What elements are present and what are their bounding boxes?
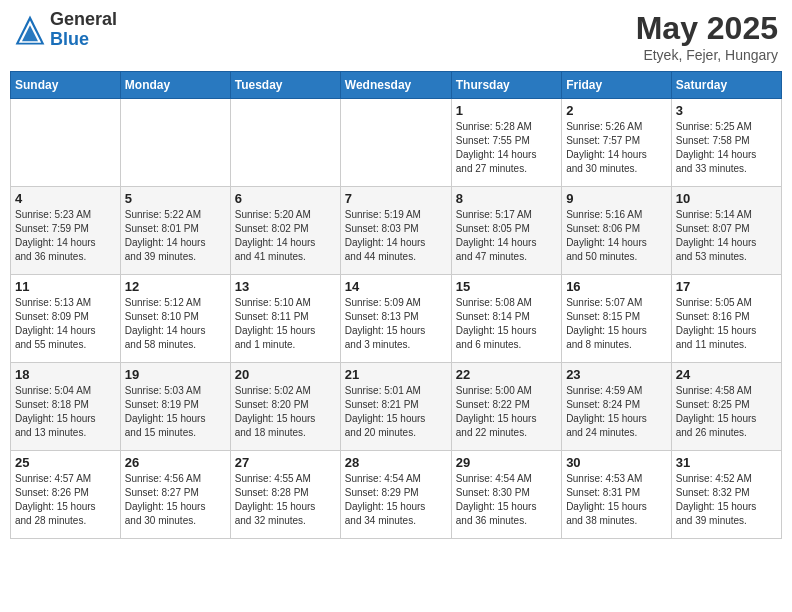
day-number: 30 — [566, 455, 667, 470]
day-details: Sunrise: 4:58 AM Sunset: 8:25 PM Dayligh… — [676, 384, 777, 440]
title-block: May 2025 Etyek, Fejer, Hungary — [636, 10, 778, 63]
day-details: Sunrise: 4:54 AM Sunset: 8:29 PM Dayligh… — [345, 472, 447, 528]
day-number: 27 — [235, 455, 336, 470]
calendar-week-1: 1Sunrise: 5:28 AM Sunset: 7:55 PM Daylig… — [11, 99, 782, 187]
header-day-monday: Monday — [120, 72, 230, 99]
calendar-header: SundayMondayTuesdayWednesdayThursdayFrid… — [11, 72, 782, 99]
day-details: Sunrise: 4:57 AM Sunset: 8:26 PM Dayligh… — [15, 472, 116, 528]
calendar-cell: 2Sunrise: 5:26 AM Sunset: 7:57 PM Daylig… — [562, 99, 672, 187]
day-details: Sunrise: 5:16 AM Sunset: 8:06 PM Dayligh… — [566, 208, 667, 264]
day-number: 16 — [566, 279, 667, 294]
calendar-cell: 30Sunrise: 4:53 AM Sunset: 8:31 PM Dayli… — [562, 451, 672, 539]
day-number: 29 — [456, 455, 557, 470]
calendar-cell: 6Sunrise: 5:20 AM Sunset: 8:02 PM Daylig… — [230, 187, 340, 275]
calendar-cell: 1Sunrise: 5:28 AM Sunset: 7:55 PM Daylig… — [451, 99, 561, 187]
day-details: Sunrise: 5:26 AM Sunset: 7:57 PM Dayligh… — [566, 120, 667, 176]
day-number: 25 — [15, 455, 116, 470]
calendar-cell: 23Sunrise: 4:59 AM Sunset: 8:24 PM Dayli… — [562, 363, 672, 451]
calendar-cell: 27Sunrise: 4:55 AM Sunset: 8:28 PM Dayli… — [230, 451, 340, 539]
day-number: 14 — [345, 279, 447, 294]
calendar-week-3: 11Sunrise: 5:13 AM Sunset: 8:09 PM Dayli… — [11, 275, 782, 363]
calendar-cell: 4Sunrise: 5:23 AM Sunset: 7:59 PM Daylig… — [11, 187, 121, 275]
calendar-cell: 31Sunrise: 4:52 AM Sunset: 8:32 PM Dayli… — [671, 451, 781, 539]
day-number: 28 — [345, 455, 447, 470]
header-day-saturday: Saturday — [671, 72, 781, 99]
logo-blue: Blue — [50, 30, 117, 50]
calendar-cell: 17Sunrise: 5:05 AM Sunset: 8:16 PM Dayli… — [671, 275, 781, 363]
calendar-cell: 14Sunrise: 5:09 AM Sunset: 8:13 PM Dayli… — [340, 275, 451, 363]
calendar-cell: 3Sunrise: 5:25 AM Sunset: 7:58 PM Daylig… — [671, 99, 781, 187]
header-day-tuesday: Tuesday — [230, 72, 340, 99]
day-number: 19 — [125, 367, 226, 382]
day-details: Sunrise: 4:52 AM Sunset: 8:32 PM Dayligh… — [676, 472, 777, 528]
calendar-cell: 24Sunrise: 4:58 AM Sunset: 8:25 PM Dayli… — [671, 363, 781, 451]
day-details: Sunrise: 5:17 AM Sunset: 8:05 PM Dayligh… — [456, 208, 557, 264]
day-number: 12 — [125, 279, 226, 294]
calendar-cell: 11Sunrise: 5:13 AM Sunset: 8:09 PM Dayli… — [11, 275, 121, 363]
page-header: General Blue May 2025 Etyek, Fejer, Hung… — [10, 10, 782, 63]
calendar-cell: 29Sunrise: 4:54 AM Sunset: 8:30 PM Dayli… — [451, 451, 561, 539]
day-details: Sunrise: 5:12 AM Sunset: 8:10 PM Dayligh… — [125, 296, 226, 352]
calendar-cell — [340, 99, 451, 187]
day-number: 26 — [125, 455, 226, 470]
month-year: May 2025 — [636, 10, 778, 47]
day-details: Sunrise: 4:59 AM Sunset: 8:24 PM Dayligh… — [566, 384, 667, 440]
calendar-cell: 22Sunrise: 5:00 AM Sunset: 8:22 PM Dayli… — [451, 363, 561, 451]
day-number: 11 — [15, 279, 116, 294]
day-number: 7 — [345, 191, 447, 206]
calendar-week-2: 4Sunrise: 5:23 AM Sunset: 7:59 PM Daylig… — [11, 187, 782, 275]
calendar-cell: 20Sunrise: 5:02 AM Sunset: 8:20 PM Dayli… — [230, 363, 340, 451]
day-details: Sunrise: 5:20 AM Sunset: 8:02 PM Dayligh… — [235, 208, 336, 264]
calendar-cell: 21Sunrise: 5:01 AM Sunset: 8:21 PM Dayli… — [340, 363, 451, 451]
day-number: 1 — [456, 103, 557, 118]
day-number: 21 — [345, 367, 447, 382]
day-details: Sunrise: 5:04 AM Sunset: 8:18 PM Dayligh… — [15, 384, 116, 440]
day-number: 9 — [566, 191, 667, 206]
day-details: Sunrise: 5:13 AM Sunset: 8:09 PM Dayligh… — [15, 296, 116, 352]
day-number: 10 — [676, 191, 777, 206]
day-details: Sunrise: 5:00 AM Sunset: 8:22 PM Dayligh… — [456, 384, 557, 440]
calendar-cell: 19Sunrise: 5:03 AM Sunset: 8:19 PM Dayli… — [120, 363, 230, 451]
day-details: Sunrise: 5:05 AM Sunset: 8:16 PM Dayligh… — [676, 296, 777, 352]
calendar-cell: 25Sunrise: 4:57 AM Sunset: 8:26 PM Dayli… — [11, 451, 121, 539]
day-number: 5 — [125, 191, 226, 206]
day-number: 18 — [15, 367, 116, 382]
calendar-cell: 18Sunrise: 5:04 AM Sunset: 8:18 PM Dayli… — [11, 363, 121, 451]
header-day-wednesday: Wednesday — [340, 72, 451, 99]
calendar-cell: 26Sunrise: 4:56 AM Sunset: 8:27 PM Dayli… — [120, 451, 230, 539]
calendar-cell — [11, 99, 121, 187]
calendar-cell: 8Sunrise: 5:17 AM Sunset: 8:05 PM Daylig… — [451, 187, 561, 275]
day-details: Sunrise: 5:01 AM Sunset: 8:21 PM Dayligh… — [345, 384, 447, 440]
calendar-table: SundayMondayTuesdayWednesdayThursdayFrid… — [10, 71, 782, 539]
logo-general: General — [50, 10, 117, 30]
calendar-body: 1Sunrise: 5:28 AM Sunset: 7:55 PM Daylig… — [11, 99, 782, 539]
day-details: Sunrise: 5:14 AM Sunset: 8:07 PM Dayligh… — [676, 208, 777, 264]
day-details: Sunrise: 5:10 AM Sunset: 8:11 PM Dayligh… — [235, 296, 336, 352]
calendar-cell: 5Sunrise: 5:22 AM Sunset: 8:01 PM Daylig… — [120, 187, 230, 275]
calendar-week-5: 25Sunrise: 4:57 AM Sunset: 8:26 PM Dayli… — [11, 451, 782, 539]
day-number: 8 — [456, 191, 557, 206]
day-number: 24 — [676, 367, 777, 382]
header-day-sunday: Sunday — [11, 72, 121, 99]
day-details: Sunrise: 5:25 AM Sunset: 7:58 PM Dayligh… — [676, 120, 777, 176]
header-row: SundayMondayTuesdayWednesdayThursdayFrid… — [11, 72, 782, 99]
calendar-cell: 7Sunrise: 5:19 AM Sunset: 8:03 PM Daylig… — [340, 187, 451, 275]
day-number: 20 — [235, 367, 336, 382]
day-details: Sunrise: 4:56 AM Sunset: 8:27 PM Dayligh… — [125, 472, 226, 528]
calendar-cell: 15Sunrise: 5:08 AM Sunset: 8:14 PM Dayli… — [451, 275, 561, 363]
day-details: Sunrise: 5:19 AM Sunset: 8:03 PM Dayligh… — [345, 208, 447, 264]
day-details: Sunrise: 5:02 AM Sunset: 8:20 PM Dayligh… — [235, 384, 336, 440]
day-details: Sunrise: 5:09 AM Sunset: 8:13 PM Dayligh… — [345, 296, 447, 352]
location: Etyek, Fejer, Hungary — [636, 47, 778, 63]
day-number: 23 — [566, 367, 667, 382]
header-day-thursday: Thursday — [451, 72, 561, 99]
calendar-cell: 28Sunrise: 4:54 AM Sunset: 8:29 PM Dayli… — [340, 451, 451, 539]
calendar-cell: 9Sunrise: 5:16 AM Sunset: 8:06 PM Daylig… — [562, 187, 672, 275]
day-number: 22 — [456, 367, 557, 382]
day-details: Sunrise: 5:23 AM Sunset: 7:59 PM Dayligh… — [15, 208, 116, 264]
calendar-week-4: 18Sunrise: 5:04 AM Sunset: 8:18 PM Dayli… — [11, 363, 782, 451]
day-number: 2 — [566, 103, 667, 118]
calendar-cell: 13Sunrise: 5:10 AM Sunset: 8:11 PM Dayli… — [230, 275, 340, 363]
day-number: 15 — [456, 279, 557, 294]
calendar-cell: 16Sunrise: 5:07 AM Sunset: 8:15 PM Dayli… — [562, 275, 672, 363]
